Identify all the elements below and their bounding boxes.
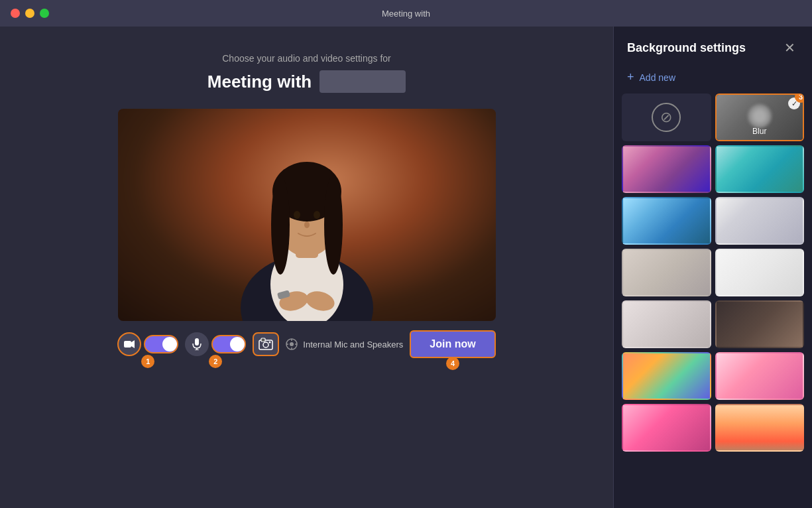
- panel-header: Background settings ✕: [614, 27, 812, 65]
- meeting-name-redacted: [319, 70, 406, 93]
- meeting-title: Meeting with: [207, 72, 312, 92]
- bg-option-10[interactable]: [715, 352, 805, 400]
- bg-option-12[interactable]: [715, 404, 805, 452]
- bg-option-none[interactable]: ⊘: [622, 94, 711, 141]
- mic-toggle[interactable]: [211, 335, 246, 353]
- video-preview: [118, 109, 496, 321]
- svg-point-8: [314, 211, 320, 219]
- mic-control-group: 2: [185, 332, 246, 356]
- subtitle-text: Choose your audio and video settings for: [222, 53, 391, 64]
- bg-option-blur[interactable]: Blur ✓ 3: [715, 94, 805, 141]
- close-panel-button[interactable]: ✕: [780, 38, 799, 57]
- effects-control-group: [253, 332, 279, 356]
- bg-option-2[interactable]: [715, 145, 805, 193]
- add-new-button[interactable]: + Add new: [614, 65, 812, 94]
- svg-point-21: [269, 342, 271, 344]
- no-background-icon: ⊘: [652, 103, 681, 132]
- svg-rect-19: [261, 338, 265, 342]
- svg-point-5: [271, 175, 290, 275]
- close-button[interactable]: [11, 9, 20, 18]
- svg-rect-15: [195, 338, 199, 346]
- blur-circle: [748, 104, 772, 128]
- title-bar: Meeting with: [0, 0, 812, 27]
- minimize-button[interactable]: [25, 9, 34, 18]
- meeting-title-row: Meeting with: [207, 70, 406, 93]
- add-new-label: Add new: [640, 72, 675, 83]
- svg-marker-14: [131, 340, 135, 348]
- bg-option-6[interactable]: [715, 249, 805, 296]
- svg-point-23: [290, 342, 294, 346]
- blur-label: Blur: [717, 127, 803, 136]
- bg-option-4[interactable]: [715, 197, 805, 245]
- camera-toggle[interactable]: [144, 335, 178, 353]
- background-grid: ⊘ Blur ✓ 3: [614, 94, 812, 460]
- bg-option-5[interactable]: [622, 249, 711, 296]
- app-body: Choose your audio and video settings for…: [0, 27, 812, 508]
- window-controls: [11, 9, 49, 18]
- badge-4: 4: [446, 357, 459, 370]
- bg-option-9[interactable]: [622, 352, 711, 400]
- svg-rect-13: [124, 341, 131, 348]
- audio-settings[interactable]: Internal Mic and Speakers: [286, 338, 403, 350]
- controls-container: 1 2: [117, 330, 495, 358]
- svg-point-9: [304, 222, 310, 228]
- svg-point-6: [324, 175, 343, 275]
- mic-icon-button[interactable]: [185, 332, 209, 356]
- audio-label: Internal Mic and Speakers: [303, 340, 403, 349]
- badge-1: 1: [141, 355, 154, 368]
- bg-option-8[interactable]: [715, 300, 805, 348]
- camera-control-group: 1: [117, 332, 178, 356]
- bg-option-11[interactable]: [622, 404, 711, 452]
- person-avatar: [214, 115, 400, 321]
- plus-icon: +: [627, 70, 634, 84]
- effects-button[interactable]: [253, 332, 279, 356]
- svg-point-20: [263, 342, 268, 348]
- camera-button[interactable]: [117, 332, 141, 356]
- badge-2: 2: [209, 355, 222, 368]
- join-button[interactable]: Join now: [410, 330, 495, 358]
- bg-option-1[interactable]: [622, 145, 711, 193]
- panel-title: Background settings: [627, 41, 746, 55]
- background-settings-panel: Background settings ✕ + Add new ⊘ Blur ✓…: [613, 27, 812, 508]
- bg-option-3[interactable]: [622, 197, 711, 245]
- maximize-button[interactable]: [40, 9, 49, 18]
- join-control-group: Join now 4: [410, 330, 495, 358]
- svg-point-7: [294, 211, 300, 219]
- main-area: Choose your audio and video settings for…: [0, 27, 613, 508]
- bg-option-7[interactable]: [622, 300, 711, 348]
- window-title: Meeting with: [382, 9, 430, 19]
